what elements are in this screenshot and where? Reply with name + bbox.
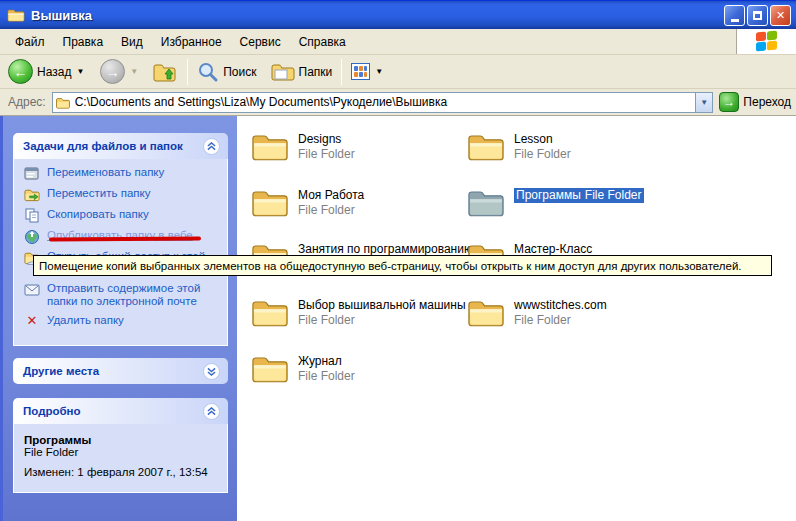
collapse-chevron-icon[interactable] [203, 403, 220, 420]
maximize-button[interactable] [747, 5, 768, 26]
folder-icon [251, 296, 289, 329]
expand-chevron-icon[interactable] [203, 363, 220, 380]
folder-icon [251, 130, 289, 163]
menu-favorites[interactable]: Избранное [152, 35, 231, 49]
folders-button[interactable]: Папки [267, 60, 337, 84]
task-copy-folder[interactable]: Скопировать папку [24, 208, 221, 223]
explorer-window: Вышивка ✕ Файл Правка Вид Избранное Серв… [0, 0, 796, 521]
menu-help[interactable]: Справка [290, 35, 355, 49]
menu-edit[interactable]: Правка [54, 35, 113, 49]
other-places-header[interactable]: Другие места [13, 358, 228, 384]
folder-icon [7, 7, 25, 23]
minimize-button[interactable] [724, 5, 745, 26]
folder-tile-lesson[interactable]: LessonFile Folder [467, 130, 682, 163]
task-pane: Задачи для файлов и папок Переименовать … [3, 116, 237, 521]
task-move-folder[interactable]: Переместить папку [24, 187, 221, 202]
collapse-chevron-icon[interactable] [203, 138, 220, 155]
address-folder-icon [55, 96, 71, 109]
search-button[interactable]: Поиск [193, 59, 260, 85]
details-item-type: File Folder [24, 446, 219, 458]
window-title: Вышивка [31, 8, 724, 23]
details-header[interactable]: Подробно [13, 398, 228, 424]
back-icon: ← [8, 59, 33, 84]
menu-tools[interactable]: Сервис [231, 35, 290, 49]
file-list: DesignsFile Folder LessonFile Folder Моя… [237, 116, 796, 521]
views-button[interactable]: ▼ [347, 61, 387, 82]
folder-tile-wwwstitches[interactable]: wwwstitches.comFile Folder [467, 296, 682, 329]
tooltip: Помещение копий выбранных элементов на о… [33, 255, 772, 276]
copy-folder-icon [24, 208, 40, 223]
other-places-panel: Другие места [13, 358, 228, 384]
details-item-name: Программы [24, 434, 219, 446]
forward-icon: → [100, 59, 125, 84]
folder-icon [251, 186, 289, 219]
go-icon: → [719, 92, 739, 112]
title-bar[interactable]: Вышивка ✕ [0, 0, 796, 29]
toolbar: ← Назад ▼ → ▼ Поиск Пап [0, 55, 796, 89]
details-panel: Подробно Программы File Folder Изменен: … [13, 398, 228, 493]
folder-tile-moya-rabota[interactable]: Моя РаботаFile Folder [251, 186, 466, 219]
folder-tile-programmy[interactable]: ПрограммыFile Folder [467, 186, 682, 219]
move-folder-icon [24, 187, 40, 202]
views-icon [351, 63, 370, 80]
file-folder-tasks-header[interactable]: Задачи для файлов и папок [13, 133, 228, 159]
up-button[interactable] [148, 58, 182, 86]
folder-icon [467, 296, 505, 329]
menu-view[interactable]: Вид [112, 35, 152, 49]
details-modified: Изменен: 1 февраля 2007 г., 13:54 [24, 466, 219, 478]
rename-folder-icon [24, 166, 40, 181]
close-button[interactable]: ✕ [770, 5, 791, 26]
address-dropdown-button[interactable]: ▼ [695, 93, 712, 112]
folder-tile-vybor-mashiny[interactable]: Выбор вышивальной машиныFile Folder [251, 296, 466, 329]
folder-tile-designs[interactable]: DesignsFile Folder [251, 130, 466, 163]
address-label: Адрес: [3, 95, 52, 109]
go-button[interactable]: → Переход [719, 92, 793, 112]
task-email-folder[interactable]: Отправить содержимое этой папки по элект… [24, 282, 221, 308]
address-bar: Адрес: C:\Documents and Settings\Liza\My… [0, 89, 796, 116]
address-path[interactable]: C:\Documents and Settings\Liza\My Docume… [75, 95, 696, 109]
forward-button[interactable]: → ▼ [96, 57, 142, 86]
email-icon [24, 282, 40, 297]
folder-selected-icon [467, 186, 505, 219]
search-icon [197, 61, 219, 83]
folder-icon [251, 352, 289, 385]
windows-logo [736, 29, 796, 54]
menu-file[interactable]: Файл [6, 35, 54, 49]
publish-web-icon [24, 229, 40, 244]
up-folder-icon [152, 60, 178, 84]
folder-tile-zhurnal[interactable]: ЖурналFile Folder [251, 352, 466, 385]
task-rename-folder[interactable]: Переименовать папку [24, 166, 221, 181]
menu-bar: Файл Правка Вид Избранное Сервис Справка [0, 29, 796, 55]
address-input[interactable]: C:\Documents and Settings\Liza\My Docume… [52, 92, 714, 113]
folder-icon [467, 130, 505, 163]
back-button[interactable]: ← Назад ▼ [4, 57, 88, 86]
task-delete-folder[interactable]: ✕ Удалить папку [24, 314, 221, 327]
folders-icon [271, 62, 295, 82]
delete-icon: ✕ [24, 314, 40, 327]
